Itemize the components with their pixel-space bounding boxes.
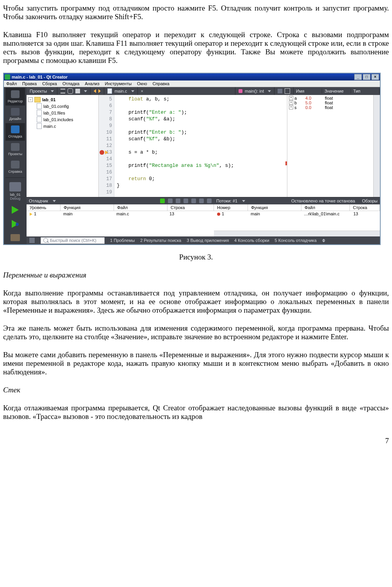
stack-col-level[interactable]: Уровень [27, 204, 61, 211]
expand-icon[interactable]: + [289, 100, 293, 105]
editor-code-area[interactable]: float a, b, s; printf("Enter a: "); scan… [114, 95, 287, 197]
paragraph: Чтобы запустить программу под отладчиком… [3, 4, 389, 21]
restart-icon[interactable] [199, 199, 204, 203]
expand-icon[interactable]: + [289, 105, 293, 109]
stack-col-func[interactable]: Функция [61, 204, 114, 211]
menu-tools[interactable]: Инструменты [105, 81, 132, 86]
paragraph: Вы можете сами добавить переменную в пан… [3, 351, 389, 376]
locals-panel[interactable]: +a4.0float+b5.0float+s0.0float [287, 95, 373, 197]
link-icon[interactable] [68, 88, 73, 94]
run-button[interactable] [12, 206, 19, 214]
editor-gutter[interactable]: 5678910111213141516171819 [99, 95, 114, 197]
var-value[interactable]: 5.0 [305, 100, 325, 105]
nav-forward-icon[interactable] [98, 89, 101, 93]
kit-selector[interactable]: lab_01 Debug [5, 182, 25, 203]
mode-design[interactable]: Дизайн [5, 106, 25, 123]
stack-col-file[interactable]: Файл [114, 204, 167, 211]
code-editor[interactable]: 5678910111213141516171819 float a, b, s;… [99, 95, 287, 197]
menu-analyze[interactable]: Анализ [85, 81, 99, 86]
debug-status: Остановлено на точке останова [291, 199, 355, 203]
breakpoint-icon [217, 213, 220, 216]
bp-col-line[interactable]: Строка [350, 204, 380, 211]
output-pane-1[interactable]: 1 Проблемы [110, 238, 135, 243]
bp-col-num[interactable]: Номер [214, 204, 248, 211]
tree-file[interactable]: main.c [43, 124, 56, 129]
tree-file[interactable]: lab_01.includes [43, 117, 73, 122]
views-button[interactable]: Обзоры [362, 199, 378, 203]
projects-combo[interactable]: Проекты [30, 89, 47, 93]
stack-row[interactable]: 1 main main.c 13 [27, 211, 214, 217]
continue-icon[interactable] [160, 199, 165, 203]
mode-rail: Редактор Дизайн Отладка Проекты Справка … [4, 87, 27, 244]
step-into-icon[interactable] [184, 199, 188, 203]
file-icon [107, 88, 112, 94]
debugger-tab[interactable]: Отладчик [29, 199, 48, 203]
tree-file[interactable]: lab_01.config [43, 104, 69, 109]
symbol-icon [239, 89, 242, 93]
bp-col-file[interactable]: Файл [301, 204, 350, 211]
maximize-button[interactable]: □ [363, 74, 371, 80]
breakpoint-marker-icon[interactable] [100, 150, 104, 155]
split-icon[interactable] [75, 89, 80, 93]
mode-help[interactable]: Справка [5, 158, 25, 176]
var-type: float [325, 96, 373, 100]
editor-icon [11, 90, 20, 98]
nav-back-icon[interactable] [94, 89, 96, 93]
sidebar-toggle-icon[interactable] [29, 237, 35, 243]
step-over-icon[interactable] [176, 199, 180, 203]
close-doc-icon[interactable]: × [141, 89, 146, 93]
file-icon [37, 123, 42, 129]
h-scrollbar[interactable] [214, 231, 380, 236]
vars-row[interactable]: +b5.0float [287, 100, 373, 105]
output-pane-5[interactable]: 5 Консоль отладчика [275, 238, 317, 243]
tree-root[interactable]: lab_01 [42, 97, 55, 102]
var-value[interactable]: 4.0 [305, 96, 325, 100]
var-value[interactable]: 0.0 [305, 105, 325, 110]
mode-projects[interactable]: Проекты [5, 141, 25, 158]
symbol-combo[interactable]: main(): int [245, 89, 264, 93]
output-nav-icon[interactable] [322, 239, 325, 242]
project-tree[interactable]: −lab_01 lab_01.config lab_01.files lab_0… [27, 95, 99, 197]
step-out-icon[interactable] [191, 199, 196, 203]
vars-col-value[interactable]: Значение [322, 89, 351, 93]
output-pane-4[interactable]: 4 Консоль сборки [234, 238, 269, 243]
scrollbar[interactable] [373, 95, 380, 197]
output-pane-2[interactable]: 2 Результаты поиска [140, 238, 181, 243]
expand-icon[interactable]: + [289, 96, 293, 100]
menu-edit[interactable]: Правка [22, 81, 37, 86]
vars-row[interactable]: +s0.0float [287, 105, 373, 110]
minimize-button[interactable]: _ [354, 74, 362, 80]
section-heading: Стек [3, 386, 389, 394]
menu-file[interactable]: Файл [6, 81, 17, 86]
pause-icon[interactable] [168, 199, 173, 203]
menu-debug[interactable]: Отладка [62, 81, 79, 86]
menu-help[interactable]: Справка [153, 81, 169, 86]
mode-debug[interactable]: Отладка [5, 123, 25, 141]
stack-col-line[interactable]: Строка [167, 204, 214, 211]
threads-combo[interactable]: Потоки: #1 [216, 199, 237, 203]
close-button[interactable]: × [371, 74, 379, 80]
collapse-icon[interactable]: − [28, 97, 33, 102]
expand-icon[interactable] [285, 88, 290, 94]
var-name: b [294, 100, 305, 105]
menu-window[interactable]: Окно [137, 81, 147, 86]
window-titlebar[interactable]: main.c - lab_01 - Qt Creator _ □ × [4, 73, 380, 81]
vars-col-name[interactable]: Имя [294, 89, 322, 93]
tree-file[interactable]: lab_01.files [43, 111, 65, 115]
build-button[interactable] [11, 234, 20, 241]
stop-icon[interactable] [207, 199, 212, 203]
vars-col-type[interactable]: Тип [351, 89, 380, 93]
breakpoint-row[interactable]: 1 main …rk\lab_01\main.c 13 [214, 211, 380, 217]
split-h-icon[interactable] [278, 89, 282, 93]
menu-build[interactable]: Сборка [42, 81, 57, 86]
filter-icon[interactable] [61, 89, 65, 93]
var-name: s [294, 105, 305, 110]
run-debug-button[interactable] [12, 220, 19, 228]
qtcreator-screenshot: main.c - lab_01 - Qt Creator _ □ × Файл … [3, 73, 381, 245]
bp-col-func[interactable]: Функция [248, 204, 301, 211]
locator-input[interactable]: Быстрый поиск (Ctrl+K) [41, 237, 105, 244]
vars-row[interactable]: +a4.0float [287, 96, 373, 100]
mode-editor[interactable]: Редактор [5, 88, 25, 106]
output-pane-3[interactable]: 3 Вывод приложения [187, 238, 229, 243]
open-file-label[interactable]: main.c [114, 89, 127, 93]
